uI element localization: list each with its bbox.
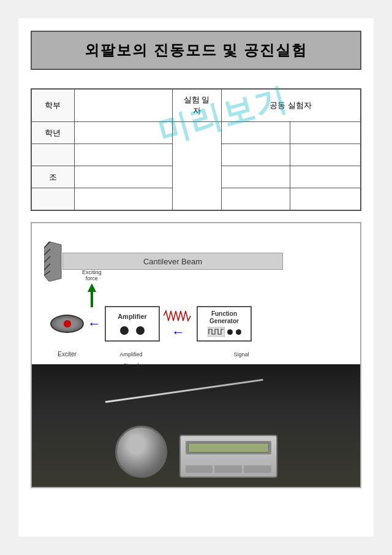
wall-bracket-svg — [44, 242, 62, 281]
page: 외팔보의 진동모드 및 공진실험 미리보기 학부 실험 일자 공동 실험자 학년 — [18, 18, 374, 537]
svg-marker-0 — [44, 242, 61, 281]
dev-btn3 — [244, 465, 271, 473]
exciter-label-text: Exciter — [50, 348, 84, 359]
collab-row1b — [290, 122, 361, 144]
photo-scene — [32, 364, 360, 487]
signal-label-text: Signal — [214, 348, 269, 359]
dev-btn1 — [186, 465, 213, 473]
force-arrow-up — [88, 283, 96, 292]
title-table: 외팔보의 진동모드 및 공진실험 — [31, 31, 361, 70]
exciter-block — [50, 315, 84, 333]
arrow-left-icon2: ← — [172, 324, 185, 340]
cantilever-beam: Cantilever Beam — [62, 253, 283, 270]
grade-label: 학년 — [31, 122, 74, 144]
team-label2 — [31, 188, 74, 210]
collab-row4 — [221, 188, 290, 210]
force-line — [91, 292, 93, 307]
func-gen-wave-svg — [208, 327, 225, 337]
device-screen — [188, 443, 269, 453]
amp-dot-left — [120, 326, 129, 335]
collab-row3 — [221, 166, 290, 188]
collab-row2 — [221, 144, 290, 166]
photo-exciter — [115, 426, 167, 478]
grade-value — [74, 122, 172, 144]
info-table: 학부 실험 일자 공동 실험자 학년 조 — [31, 88, 361, 211]
photo-device-display — [186, 441, 271, 454]
exciting-force-label: Excitingforce — [82, 269, 102, 283]
page-title: 외팔보의 진동모드 및 공진실험 — [31, 31, 361, 69]
signal-wave-svg — [164, 307, 193, 324]
info-section: 미리보기 학부 실험 일자 공동 실험자 학년 조 — [31, 88, 361, 211]
diagram-container: Cantilever Beam Excitingforce — [31, 222, 361, 488]
equip-section: ← Amplifier — [44, 306, 348, 342]
signal-arrow-section: ← — [164, 307, 193, 340]
department-value — [74, 89, 172, 122]
photo-needle — [105, 378, 263, 402]
amp-dot-right — [136, 326, 145, 335]
team-value2 — [74, 188, 172, 210]
exciter-shape — [50, 315, 84, 333]
amplifier-dots — [120, 326, 145, 335]
department-label: 학부 — [31, 89, 74, 122]
force-section: Excitingforce — [82, 269, 102, 308]
collaborator-label: 공동 실험자 — [221, 89, 361, 122]
diagram-lower — [32, 364, 360, 487]
grade-value2 — [74, 144, 172, 166]
date-label: 실험 일자 — [172, 89, 221, 122]
collab-row3b — [290, 166, 361, 188]
func-gen-dots — [227, 329, 241, 335]
device-buttons — [186, 465, 271, 473]
svg-rect-6 — [208, 327, 225, 337]
diagram-upper: Cantilever Beam Excitingforce — [32, 223, 360, 364]
exciter-center-dot — [64, 320, 71, 327]
upper-content: Cantilever Beam Excitingforce — [44, 235, 348, 364]
collab-row2b — [290, 144, 361, 166]
function-generator-box: FunctionGenerator — [197, 306, 252, 342]
date-value — [172, 122, 221, 210]
function-generator-label: FunctionGenerator — [209, 310, 239, 325]
arrow-left-icon: ← — [88, 316, 101, 332]
func-dot-right — [236, 329, 241, 335]
amplifier-box: Amplifier — [105, 306, 160, 342]
team-label: 조 — [31, 166, 74, 188]
arrow-left-section: ← — [88, 316, 101, 332]
func-gen-bottom — [208, 327, 241, 337]
amplifier-label: Amplifier — [118, 313, 147, 320]
collab-row4b — [290, 188, 361, 210]
grade-label2 — [31, 144, 74, 166]
dev-btn2 — [214, 465, 242, 473]
collab-row1 — [221, 122, 290, 144]
photo-device — [179, 435, 277, 478]
team-value — [74, 166, 172, 188]
func-dot-left — [227, 329, 233, 335]
